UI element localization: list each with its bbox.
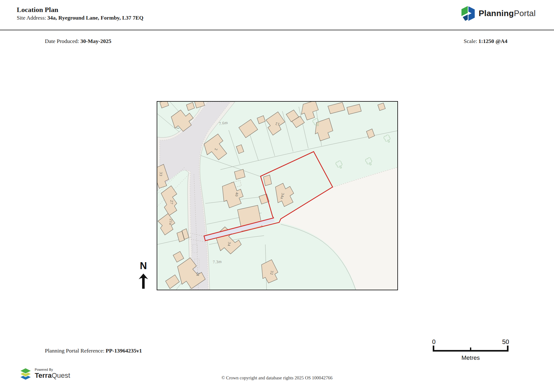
date-produced: Date Produced:30-May-2025	[45, 38, 111, 45]
powered-by-label: Powered By	[35, 368, 70, 371]
map-label: 40	[234, 192, 239, 197]
map-label: 32	[269, 270, 274, 275]
scale-bar-graphic	[432, 345, 509, 352]
site-address-label: Site Address:	[17, 15, 46, 21]
scale-bar-end: 50	[502, 339, 509, 345]
site-address: Site Address:34a, Ryeground Lane, Formby…	[17, 15, 143, 21]
location-plan-page: Location Plan Site Address:34a, Ryegroun…	[0, 0, 554, 392]
page-title: Location Plan	[17, 6, 58, 14]
planning-portal-wordmark: PlanningPortal	[479, 9, 536, 18]
copyright-notice: © Crown copyright and database rights 20…	[0, 375, 554, 381]
site-address-value: 34a, Ryeground Lane, Formby, L37 7EQ	[47, 15, 143, 21]
date-value: 30-May-2025	[80, 38, 111, 44]
scale-text: Scale:1:1250 @A4	[464, 38, 507, 45]
north-label: N	[138, 260, 149, 272]
map-frame: 7.6m 7.3m 1 2 12 33 27 21a 21 40 34a 34 …	[157, 101, 398, 290]
planning-portal-logo: PlanningPortal	[461, 5, 536, 21]
map-label: 27	[169, 200, 174, 205]
reference-label: Planning Portal Reference:	[45, 347, 105, 354]
reference-value: PP-13964235v1	[106, 347, 142, 354]
logo-planning: Planning	[479, 9, 514, 18]
header-divider	[0, 30, 554, 30]
map-label: 12	[275, 122, 280, 127]
scale-bar-unit: Metres	[432, 354, 509, 361]
map-label: 7.3m	[213, 259, 222, 264]
map-label: 34	[227, 241, 232, 246]
scale-value: 1:1250 @A4	[479, 38, 508, 44]
scale-bar-start: 0	[432, 339, 436, 345]
map-label: 33	[159, 172, 163, 177]
north-arrow-icon	[138, 273, 149, 289]
map-label: 21	[196, 272, 201, 277]
logo-portal: Portal	[514, 9, 536, 18]
planning-portal-icon	[461, 5, 475, 21]
planning-portal-reference: Planning Portal Reference:PP-13964235v1	[45, 347, 142, 354]
map-svg: 7.6m 7.3m 1 2 12 33 27 21a 21 40 34a 34 …	[157, 102, 397, 290]
scale-label: Scale:	[464, 38, 477, 44]
map-label: 21a	[168, 219, 173, 225]
date-label: Date Produced:	[45, 38, 79, 44]
scale-bar: 0 50 Metres	[432, 339, 509, 361]
